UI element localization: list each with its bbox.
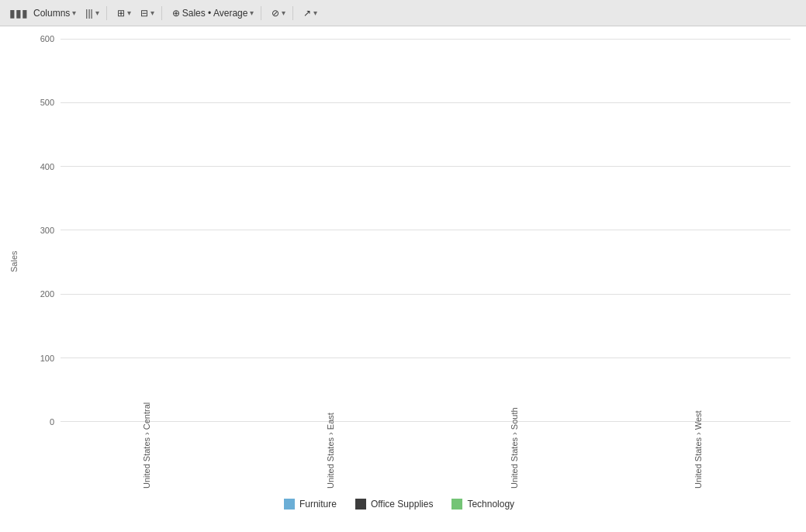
columns-chevron: ▾ xyxy=(72,9,76,17)
chart-type-button[interactable]: ⊞ ▾ xyxy=(113,6,135,20)
toolbar-sales-group: ⊕ Sales • Average ▾ xyxy=(165,6,262,20)
y-tick-label: 100 xyxy=(23,354,54,363)
filter-chevron: ▾ xyxy=(282,9,285,17)
table-icon: ⊞ xyxy=(117,8,125,19)
bars-area xyxy=(54,34,790,427)
chart-format-button[interactable]: ⊟ ▾ xyxy=(137,6,158,20)
y-tick-label: 400 xyxy=(23,162,54,171)
y-tick-label: 300 xyxy=(23,226,54,235)
chart-type-chevron: ▾ xyxy=(127,9,131,17)
chart-format-chevron: ▾ xyxy=(150,9,154,17)
bar-chart-icon: ▮▮▮ xyxy=(9,7,28,19)
sales-avg-label: Sales • Average xyxy=(182,8,248,19)
filter-icon: ⊘ xyxy=(272,8,279,19)
grid-and-bars: 600 500 400 300 200 100 0 xyxy=(23,34,790,427)
legend: FurnitureOffice SuppliesTechnology xyxy=(8,489,790,516)
y-tick-label: 600 xyxy=(23,34,54,43)
share-icon: ↗ xyxy=(303,8,311,19)
toolbar-share-group: ↗ ▾ xyxy=(296,6,324,20)
toolbar-chart-type-group: ⊞ ▾ ⊟ ▾ xyxy=(110,6,162,20)
legend-label-furniture: Furniture xyxy=(299,499,337,510)
chart-area: Sales 600 500 400 300 200 100 0 United S… xyxy=(8,34,790,489)
x-axis-label: United States › Central xyxy=(142,430,151,489)
legend-swatch-tech xyxy=(451,499,462,510)
x-axis-label: United States › East xyxy=(326,430,335,489)
columns-label: Columns xyxy=(33,8,70,19)
chart-format-icon: ⊟ xyxy=(140,8,148,19)
legend-label-tech: Technology xyxy=(467,499,514,510)
avg-icon: ⊕ xyxy=(172,8,180,19)
y-tick-label: 500 xyxy=(23,98,54,107)
x-axis-label: United States › West xyxy=(694,430,703,489)
x-label-group: United States › West xyxy=(607,427,790,489)
legend-label-office: Office Supplies xyxy=(371,499,434,510)
share-chevron: ▾ xyxy=(313,9,317,17)
y-tick-label: 200 xyxy=(23,289,54,299)
legend-item-office: Office Supplies xyxy=(355,499,434,510)
legend-item-tech: Technology xyxy=(451,499,514,510)
columns-extra-icon: ||| xyxy=(85,8,92,19)
sales-avg-chevron: ▾ xyxy=(250,9,254,17)
columns-extra-btn[interactable]: ||| ▾ xyxy=(81,6,102,20)
x-label-group: United States › South xyxy=(423,427,607,489)
x-axis-label: United States › South xyxy=(510,430,519,489)
toolbar-filter-group: ⊘ ▾ xyxy=(265,6,293,20)
x-label-group: United States › East xyxy=(238,427,422,489)
sales-avg-button[interactable]: ⊕ Sales • Average ▾ xyxy=(168,6,258,20)
toolbar: ▮▮▮ Columns ▾ ||| ▾ ⊞ ▾ ⊟ ▾ ⊕ Sales • Av… xyxy=(0,0,806,26)
x-axis: United States › CentralUnited States › E… xyxy=(54,427,790,489)
filter-button[interactable]: ⊘ ▾ xyxy=(268,6,289,20)
columns-extra-chevron: ▾ xyxy=(95,9,99,17)
chart-inner: 600 500 400 300 200 100 0 United States … xyxy=(23,34,790,489)
columns-button[interactable]: Columns ▾ xyxy=(29,6,80,20)
x-label-group: United States › Central xyxy=(54,427,238,489)
legend-item-furniture: Furniture xyxy=(284,499,337,510)
y-tick-label: 0 xyxy=(23,417,54,427)
y-axis-label: Sales xyxy=(8,34,20,489)
legend-swatch-furniture xyxy=(284,499,295,510)
share-button[interactable]: ↗ ▾ xyxy=(299,6,321,20)
legend-swatch-office xyxy=(355,499,366,510)
toolbar-columns-group: ▮▮▮ Columns ▾ ||| ▾ xyxy=(6,6,107,20)
chart-container: Sales 600 500 400 300 200 100 0 United S… xyxy=(0,26,806,532)
